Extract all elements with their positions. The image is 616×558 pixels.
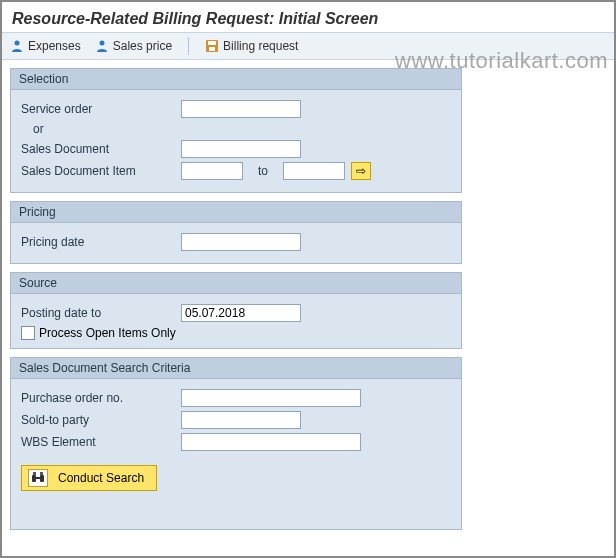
sales-document-input[interactable] <box>181 140 301 158</box>
conduct-search-button[interactable]: Conduct Search <box>21 465 157 491</box>
pricing-group: Pricing Pricing date <box>10 201 462 264</box>
expenses-button[interactable]: Expenses <box>10 39 81 53</box>
svg-point-1 <box>99 41 104 46</box>
posting-date-to-label: Posting date to <box>21 306 181 320</box>
selection-group: Selection Service order or Sales Documen… <box>10 68 462 193</box>
process-open-items-checkbox[interactable] <box>21 326 35 340</box>
sales-price-button[interactable]: Sales price <box>95 39 172 53</box>
source-group: Source Posting date to Process Open Item… <box>10 272 462 349</box>
posting-date-to-input[interactable] <box>181 304 301 322</box>
pricing-date-label: Pricing date <box>21 235 181 249</box>
conduct-search-label: Conduct Search <box>58 471 144 485</box>
person-icon <box>95 39 109 53</box>
person-icon <box>10 39 24 53</box>
purchase-order-input[interactable] <box>181 389 361 407</box>
svg-rect-3 <box>208 41 216 45</box>
pricing-header: Pricing <box>11 202 461 223</box>
svg-point-0 <box>15 41 20 46</box>
billing-request-button[interactable]: Billing request <box>205 39 298 53</box>
sales-document-item-input[interactable] <box>181 162 243 180</box>
content-area: Selection Service order or Sales Documen… <box>2 60 614 546</box>
toolbar: Expenses Sales price Billing request <box>2 32 614 60</box>
toolbar-divider <box>188 37 189 55</box>
service-order-label: Service order <box>21 102 181 116</box>
billing-request-label: Billing request <box>223 39 298 53</box>
sales-document-item-label: Sales Document Item <box>21 164 181 178</box>
process-open-items-label: Process Open Items Only <box>39 326 176 340</box>
sales-document-item-to-input[interactable] <box>283 162 345 180</box>
svg-rect-8 <box>33 472 36 475</box>
expenses-label: Expenses <box>28 39 81 53</box>
binoculars-icon <box>28 469 48 487</box>
sales-price-label: Sales price <box>113 39 172 53</box>
multiple-selection-button[interactable]: ⇨ <box>351 162 371 180</box>
service-order-input[interactable] <box>181 100 301 118</box>
to-label: to <box>243 164 283 178</box>
sales-document-label: Sales Document <box>21 142 181 156</box>
criteria-group: Sales Document Search Criteria Purchase … <box>10 357 462 530</box>
sold-to-party-input[interactable] <box>181 411 301 429</box>
or-label: or <box>21 122 181 136</box>
purchase-order-label: Purchase order no. <box>21 391 181 405</box>
source-header: Source <box>11 273 461 294</box>
arrow-right-icon: ⇨ <box>356 164 366 178</box>
svg-rect-4 <box>209 47 215 51</box>
save-icon <box>205 39 219 53</box>
pricing-date-input[interactable] <box>181 233 301 251</box>
svg-rect-9 <box>40 472 43 475</box>
sold-to-party-label: Sold-to party <box>21 413 181 427</box>
wbs-element-label: WBS Element <box>21 435 181 449</box>
svg-rect-7 <box>35 477 41 479</box>
page-title: Resource-Related Billing Request: Initia… <box>2 2 614 32</box>
wbs-element-input[interactable] <box>181 433 361 451</box>
criteria-header: Sales Document Search Criteria <box>11 358 461 379</box>
selection-header: Selection <box>11 69 461 90</box>
